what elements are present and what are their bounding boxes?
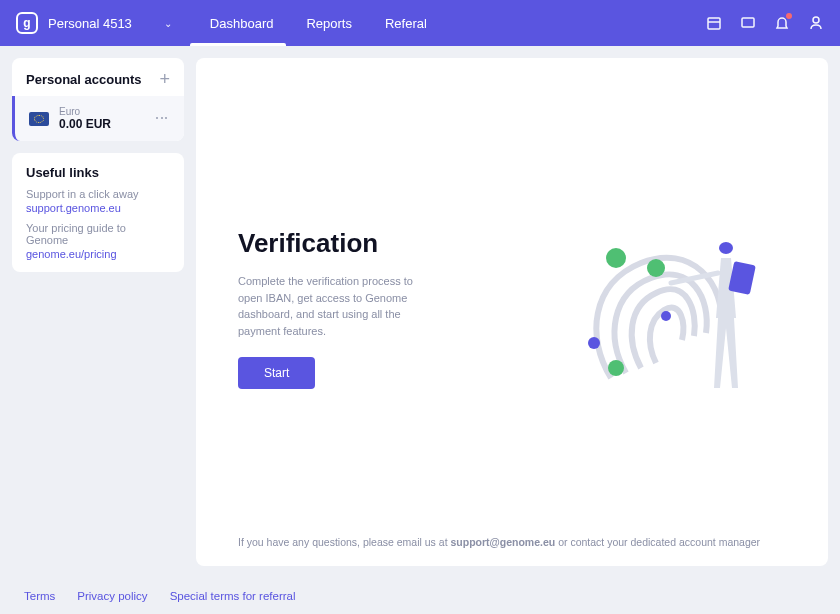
svg-rect-20 <box>728 261 756 295</box>
svg-point-19 <box>719 242 733 254</box>
accounts-title: Personal accounts <box>26 72 142 87</box>
sidebar: Personal accounts + Euro 0.00 EUR ⋮ Usef… <box>12 58 184 566</box>
account-currency: Euro <box>59 106 111 117</box>
footer: Terms Privacy policy Special terms for r… <box>0 578 840 614</box>
calendar-icon[interactable] <box>706 15 722 31</box>
account-row[interactable]: Euro 0.00 EUR ⋮ <box>12 96 184 141</box>
pricing-link[interactable]: genome.eu/pricing <box>26 248 170 260</box>
user-icon[interactable] <box>808 15 824 31</box>
main-panel: Verification Complete the verification p… <box>196 58 828 566</box>
header-actions <box>706 15 824 31</box>
chevron-down-icon: ⌄ <box>164 18 172 29</box>
contact-email: support@genome.eu <box>450 536 555 548</box>
start-button[interactable]: Start <box>238 357 315 389</box>
nav-label: Referal <box>385 16 427 31</box>
nav-label: Dashboard <box>210 16 274 31</box>
svg-point-17 <box>588 337 600 349</box>
svg-point-16 <box>608 360 624 376</box>
nav-label: Reports <box>306 16 352 31</box>
verification-title: Verification <box>238 228 438 259</box>
link2-text: Your pricing guide to Genome <box>26 222 126 246</box>
account-menu-button[interactable]: ⋮ <box>154 111 170 126</box>
fingerprint-illustration <box>556 228 786 408</box>
add-account-button[interactable]: + <box>159 70 170 88</box>
account-balance: 0.00 EUR <box>59 117 111 131</box>
svg-rect-12 <box>742 18 754 27</box>
nav-referal[interactable]: Referal <box>365 0 440 46</box>
useful-links-card: Useful links Support in a click away sup… <box>12 153 184 272</box>
nav-dashboard[interactable]: Dashboard <box>190 0 287 46</box>
wallet-label: Personal 4513 <box>48 16 132 31</box>
support-link[interactable]: support.genome.eu <box>26 202 170 214</box>
bell-icon[interactable] <box>774 15 790 31</box>
svg-point-13 <box>813 17 819 23</box>
footer-terms[interactable]: Terms <box>24 590 55 602</box>
svg-rect-10 <box>708 18 720 29</box>
main-nav: Dashboard Reports Referal <box>190 0 440 46</box>
brand-logo: g <box>16 12 38 34</box>
wallet-selector[interactable]: Personal 4513 ⌄ <box>48 16 172 31</box>
footer-privacy[interactable]: Privacy policy <box>77 590 147 602</box>
screen-icon[interactable] <box>740 15 756 31</box>
footer-referral[interactable]: Special terms for referral <box>170 590 296 602</box>
contact-info: If you have any questions, please email … <box>238 536 786 548</box>
link1-text: Support in a click away <box>26 188 139 200</box>
eu-flag-icon <box>29 112 49 126</box>
accounts-card: Personal accounts + Euro 0.00 EUR ⋮ <box>12 58 184 141</box>
svg-point-15 <box>647 259 665 277</box>
useful-links-title: Useful links <box>26 165 170 180</box>
svg-point-18 <box>661 311 671 321</box>
verification-body: Complete the verification process to ope… <box>238 273 438 339</box>
svg-point-14 <box>606 248 626 268</box>
top-header: g Personal 4513 ⌄ Dashboard Reports Refe… <box>0 0 840 46</box>
nav-reports[interactable]: Reports <box>286 0 365 46</box>
